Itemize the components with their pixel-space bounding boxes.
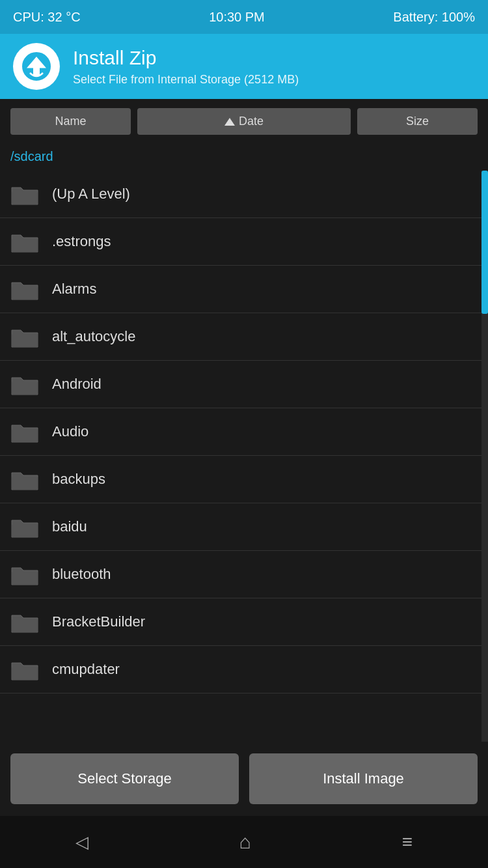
sort-date-label: Date bbox=[239, 115, 264, 128]
sort-name-button[interactable]: Name bbox=[10, 108, 131, 135]
folder-icon bbox=[10, 230, 39, 253]
file-name: Android bbox=[52, 376, 102, 393]
battery-status: Battery: 100% bbox=[393, 10, 475, 25]
list-item[interactable]: (Up A Level) bbox=[0, 171, 481, 218]
sort-bar: Name Date Size bbox=[0, 99, 488, 144]
file-name: baidu bbox=[52, 518, 87, 535]
app-icon bbox=[13, 43, 60, 90]
folder-icon bbox=[10, 563, 39, 586]
path-bar: /sdcard bbox=[0, 144, 488, 171]
file-list-container: (Up A Level) .estrongs Alarms alt_autocy… bbox=[0, 171, 488, 742]
list-item[interactable]: Alarms bbox=[0, 266, 481, 313]
list-item[interactable]: BracketBuilder bbox=[0, 598, 481, 646]
list-item[interactable]: alt_autocycle bbox=[0, 313, 481, 361]
sort-size-label: Size bbox=[406, 115, 429, 128]
svg-rect-12 bbox=[12, 667, 38, 680]
home-button[interactable]: ⌂ bbox=[220, 824, 271, 860]
list-item[interactable]: Android bbox=[0, 361, 481, 408]
time-status: 10:30 PM bbox=[209, 10, 265, 25]
status-bar: CPU: 32 °C 10:30 PM Battery: 100% bbox=[0, 0, 488, 34]
install-zip-icon bbox=[20, 50, 53, 83]
cpu-status: CPU: 32 °C bbox=[13, 10, 81, 25]
sort-name-label: Name bbox=[55, 115, 86, 128]
scrollbar[interactable] bbox=[481, 171, 488, 742]
header-subtitle: Select File from Internal Storage (2512 … bbox=[73, 73, 299, 87]
sort-triangle-icon bbox=[224, 118, 235, 126]
menu-button[interactable]: ≡ bbox=[383, 825, 432, 859]
list-item[interactable]: cmupdater bbox=[0, 646, 481, 693]
list-item[interactable]: backups bbox=[0, 456, 481, 503]
svg-rect-9 bbox=[12, 524, 38, 537]
file-name: .estrongs bbox=[52, 233, 111, 250]
header-text: Install Zip Select File from Internal St… bbox=[73, 47, 299, 87]
file-name: backups bbox=[52, 471, 105, 488]
install-image-button[interactable]: Install Image bbox=[249, 753, 478, 804]
scrollbar-thumb[interactable] bbox=[481, 171, 488, 314]
folder-icon bbox=[10, 372, 39, 396]
svg-rect-5 bbox=[12, 334, 38, 347]
folder-icon bbox=[10, 610, 39, 634]
svg-rect-4 bbox=[12, 287, 38, 300]
svg-rect-7 bbox=[12, 429, 38, 442]
file-list: (Up A Level) .estrongs Alarms alt_autocy… bbox=[0, 171, 481, 742]
svg-rect-6 bbox=[12, 382, 38, 395]
svg-rect-8 bbox=[12, 477, 38, 490]
folder-icon bbox=[10, 515, 39, 539]
back-icon: ◁ bbox=[75, 832, 88, 852]
svg-rect-3 bbox=[12, 239, 38, 252]
list-item[interactable]: .estrongs bbox=[0, 218, 481, 266]
bottom-buttons: Select Storage Install Image bbox=[0, 742, 488, 816]
menu-icon: ≡ bbox=[402, 832, 413, 852]
file-name: BracketBuilder bbox=[52, 613, 145, 630]
file-name: cmupdater bbox=[52, 661, 120, 678]
file-name: Alarms bbox=[52, 281, 96, 298]
file-name: Audio bbox=[52, 423, 88, 440]
list-item[interactable]: baidu bbox=[0, 503, 481, 551]
folder-icon bbox=[10, 420, 39, 443]
list-item[interactable]: bluetooth bbox=[0, 551, 481, 598]
header: Install Zip Select File from Internal St… bbox=[0, 34, 488, 99]
header-title: Install Zip bbox=[73, 47, 299, 69]
current-path: /sdcard bbox=[10, 149, 53, 163]
svg-rect-11 bbox=[12, 619, 38, 632]
svg-rect-10 bbox=[12, 572, 38, 585]
folder-icon bbox=[10, 468, 39, 491]
list-item[interactable]: Audio bbox=[0, 408, 481, 456]
select-storage-button[interactable]: Select Storage bbox=[10, 753, 239, 804]
file-name: alt_autocycle bbox=[52, 328, 135, 345]
file-name: (Up A Level) bbox=[52, 186, 130, 203]
file-name: bluetooth bbox=[52, 566, 111, 583]
svg-rect-2 bbox=[12, 191, 38, 204]
folder-icon bbox=[10, 658, 39, 681]
nav-bar: ◁ ⌂ ≡ bbox=[0, 816, 488, 868]
back-button[interactable]: ◁ bbox=[56, 826, 108, 859]
sort-size-button[interactable]: Size bbox=[357, 108, 478, 135]
folder-icon bbox=[10, 277, 39, 301]
folder-icon bbox=[10, 325, 39, 348]
sort-date-button[interactable]: Date bbox=[137, 108, 351, 135]
folder-icon bbox=[10, 182, 39, 206]
home-icon: ⌂ bbox=[239, 831, 251, 853]
